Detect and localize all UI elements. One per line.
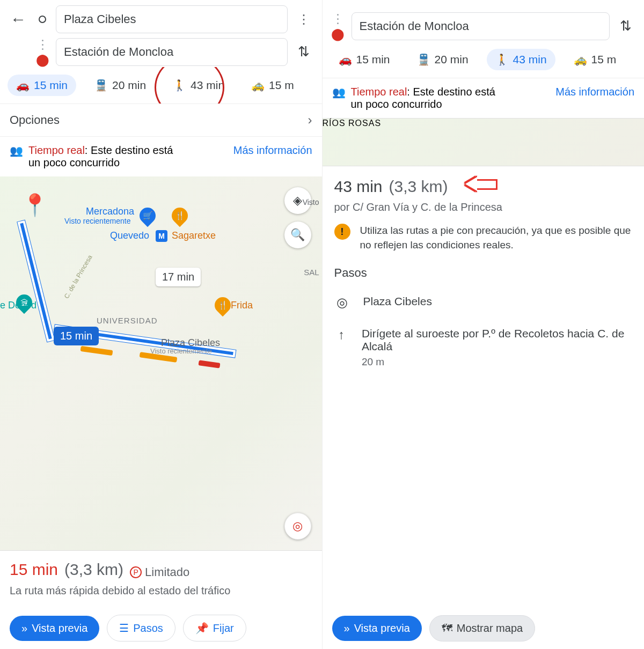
origin-dot-icon [39,16,46,23]
actions-bar: » Vista previa ☰ Pasos 📌 Fijar [0,607,322,649]
overflow-menu-button[interactable] [293,9,314,30]
swap-button[interactable] [615,16,636,37]
map-label: Visto recientemente [64,217,130,225]
mode-train-chip[interactable]: 🚆 20 min [86,75,155,96]
metro-quevedo-icon[interactable]: M [156,230,167,242]
mode-walk-time: 43 min [513,53,547,66]
mode-hail-chip[interactable]: 🚕 15 m [565,49,625,70]
step-distance: 20 m [362,356,632,368]
preview-button[interactable]: » Vista previa [10,616,99,641]
mode-hail-chip[interactable]: 🚕 15 m [243,75,303,96]
route-dots-icon [42,40,43,50]
map-label: Mercadona [86,206,134,217]
search-map-button[interactable]: 🔍 [284,222,311,248]
parking-status: PLimitado [130,565,189,579]
mode-hail-time: 15 m [591,53,617,66]
map-canvas[interactable]: 📍 15 min 17 min ◈ 🔍 ◎ 🛒 🍴 🍴 🏛 M Mercadon… [0,176,322,550]
map-label: UNIVERSIDAD [97,316,158,325]
route-time-badge: 15 min [54,327,99,345]
travel-mode-chips: 🚗 15 min 🚆 20 min 🚶 43 min 🚕 15 m [323,41,645,78]
pin-icon: 📌 [195,622,209,635]
summary-line: 43 min (3,3 km) [334,176,633,196]
destination-row: ⬤ Estación de Moncloa [0,33,322,67]
mode-walk-time: 43 min [191,79,224,92]
chevrons-icon: » [21,622,27,635]
steps-button[interactable]: ☰ Pasos [107,615,175,641]
right-panel: ⬤ Estación de Moncloa 🚗 15 min 🚆 20 min … [322,0,645,649]
mode-car-chip[interactable]: 🚗 15 min [8,75,76,96]
people-icon: 👥 [332,86,346,99]
destination-pin-icon: ⬤ [331,27,345,41]
preview-button[interactable]: » Vista previa [332,616,422,641]
chevrons-icon: » [344,622,350,635]
summary-line: 15 min (3,3 km) PLimitado [10,560,312,579]
train-icon: 🚆 [417,53,430,66]
walk-warning: ! Utiliza las rutas a pie con precaución… [334,214,633,262]
map-label: Visto [303,198,319,206]
actions-bar: » Vista previa 🗺 Mostrar mapa [323,608,645,649]
mode-train-time: 20 min [112,79,146,92]
map-label: Quevedo [110,230,149,241]
origin-row: Plaza Cibeles [0,0,322,33]
chevron-right-icon: › [308,113,312,128]
mode-walk-chip[interactable]: 🚶 43 min [487,49,555,70]
destination-input[interactable]: Estación de Moncloa [56,38,288,66]
realtime-more-link[interactable]: Más información [233,144,312,157]
summary-card: 15 min (3,3 km) PLimitado La ruta más rá… [0,550,322,607]
travel-mode-chips: 🚗 15 min 🚆 20 min 🚶 43 min 🚕 15 m [0,67,322,104]
summary-time: 43 min [334,178,383,196]
step-text: Plaza Cibeles [363,295,432,308]
list-icon: ☰ [119,622,129,635]
hail-icon: 🚕 [574,53,587,66]
pin-button[interactable]: 📌 Fijar [183,615,246,641]
poi-mercadona-icon[interactable]: 🛒 [136,204,159,227]
destination-pin-icon: ⬤ [36,53,49,67]
place-icon: ◎ [334,295,350,310]
car-icon: 🚗 [339,53,352,66]
map-label: Visto recientemente [150,347,212,355]
route-dots-icon [337,14,339,24]
hail-icon: 🚕 [251,79,265,92]
origin-input[interactable]: Plaza Cibeles [56,5,288,33]
realtime-label: Tiempo real [28,144,85,156]
map-label: RÍOS ROSAS [323,119,382,128]
mode-hail-time: 15 m [269,79,294,92]
details-panel: 43 min (3,3 km) por C/ Gran Vía y C. de … [323,166,645,608]
swap-button[interactable] [293,41,314,63]
show-map-button[interactable]: 🗺 Mostrar mapa [429,615,535,641]
options-row[interactable]: Opciones › [0,104,322,137]
my-location-button[interactable]: ◎ [284,513,311,540]
left-panel: Plaza Cibeles ⬤ Estación de Moncloa 🚗 15… [0,0,322,649]
map-label: Sagaretxe [172,230,216,241]
summary-distance: (3,3 km) [64,560,123,579]
mode-car-time: 15 min [34,79,68,92]
walk-icon: 🚶 [495,53,509,66]
destination-marker-icon: 📍 [21,193,48,218]
realtime-more-link[interactable]: Más información [555,86,634,98]
poi-restaurant-icon[interactable]: 🍴 [169,204,191,227]
map-icon: 🗺 [442,622,452,635]
mode-train-chip[interactable]: 🚆 20 min [408,49,477,70]
walk-icon: 🚶 [173,79,186,92]
warning-text: Utiliza las rutas a pie con precaución, … [360,224,633,252]
annotation-arrow [465,176,497,192]
step-item[interactable]: ◎ Plaza Cibeles [334,286,633,319]
mode-car-time: 15 min [356,53,390,66]
map-label: Frida [231,300,253,311]
map-strip[interactable]: RÍOS ROSAS [323,118,645,166]
step-text: Dirígete al suroeste por P.º de Recoleto… [362,327,632,353]
back-button[interactable] [8,9,29,30]
step-item[interactable]: ↑ Dirígete al suroeste por P.º de Recole… [334,319,633,377]
mode-walk-chip[interactable]: 🚶 43 min [164,75,233,96]
mode-car-chip[interactable]: 🚗 15 min [330,49,399,70]
summary-time: 15 min [10,560,58,579]
realtime-row: 👥 Tiempo real: Este destino está un poco… [323,78,645,118]
destination-input[interactable]: Estación de Moncloa [352,12,610,40]
summary-via: por C/ Gran Vía y C. de la Princesa [334,200,633,214]
car-icon: 🚗 [16,79,30,92]
steps-heading: Pasos [334,266,633,280]
summary-distance: (3,3 km) [389,178,448,196]
options-label: Opciones [10,113,60,127]
route-alt-time-badge: 17 min [156,268,201,286]
route-segment [17,220,54,342]
